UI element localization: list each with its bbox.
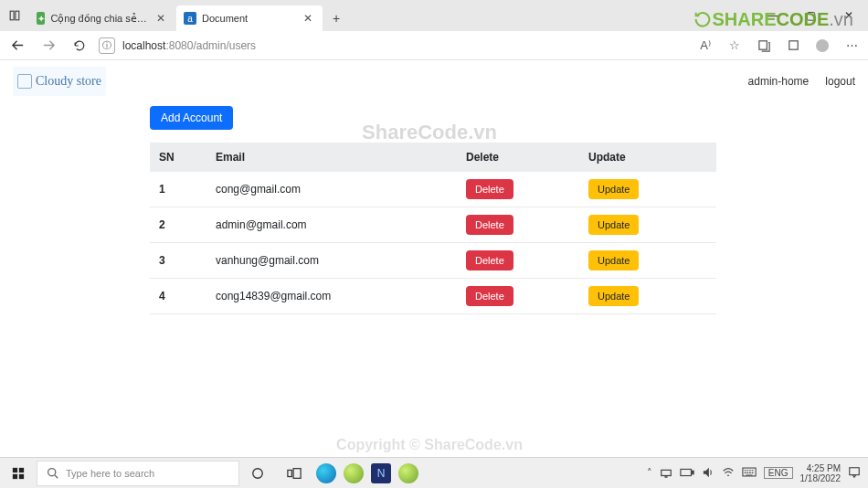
tray-wifi-icon[interactable] [722, 467, 735, 480]
favicon-icon: ✦ [37, 12, 45, 25]
cell-email: cong14839@gmail.com [206, 279, 457, 314]
add-account-button[interactable]: Add Account [150, 106, 233, 130]
url-path: /admin/users [193, 39, 256, 52]
users-admin-panel: Add Account SN Email Delete Update 1 con… [0, 102, 722, 314]
logo-text: Cloudy store [36, 74, 101, 89]
address-bar[interactable]: localhost:8080/admin/users [122, 39, 687, 52]
delete-button[interactable]: Delete [466, 286, 513, 306]
tray-notifications-icon[interactable] [848, 466, 861, 481]
nav-forward-button[interactable] [37, 34, 60, 58]
table-row: 3 vanhung@gmail.com Delete Update [150, 243, 716, 279]
browser-tab-1[interactable]: a Document ✕ [176, 5, 323, 31]
col-delete: Delete [457, 143, 579, 172]
svg-rect-3 [789, 41, 797, 49]
cortana-icon[interactable] [239, 458, 276, 489]
svg-rect-5 [13, 467, 17, 472]
svg-rect-2 [758, 41, 766, 49]
tab-title: Cộng đồng chia sẻ và download [50, 13, 148, 25]
profile-icon[interactable] [811, 35, 833, 57]
tab-title: Document [202, 13, 295, 24]
nav-refresh-button[interactable] [68, 34, 91, 58]
taskbar-app-2[interactable]: N [367, 460, 395, 487]
site-info-icon[interactable]: ⓘ [99, 37, 115, 54]
svg-rect-17 [850, 467, 860, 474]
tray-time: 4:25 PM [800, 463, 842, 473]
cell-email: admin@gmail.com [206, 207, 457, 243]
tray-clock[interactable]: 4:25 PM 1/18/2022 [800, 463, 842, 483]
nav-logout[interactable]: logout [825, 75, 855, 88]
delete-button[interactable]: Delete [466, 250, 513, 271]
svg-rect-13 [662, 470, 672, 475]
col-sn: SN [150, 143, 206, 172]
svg-rect-0 [10, 11, 14, 20]
tray-language[interactable]: ENG [764, 467, 793, 479]
task-view-icon[interactable] [276, 458, 312, 489]
cell-sn: 1 [150, 172, 206, 207]
tray-network-icon[interactable] [660, 467, 672, 480]
svg-point-10 [253, 468, 263, 478]
cell-email: vanhung@gmail.com [206, 243, 457, 279]
table-row: 4 cong14839@gmail.com Delete Update [150, 279, 716, 314]
nav-back-button[interactable] [5, 34, 29, 58]
browser-toolbar: ⓘ localhost:8080/admin/users A⁾ ☆ ⋯ [0, 31, 868, 60]
svg-rect-11 [288, 470, 291, 476]
extensions-icon[interactable] [782, 35, 804, 57]
menu-icon[interactable]: ⋯ [841, 35, 863, 57]
svg-rect-8 [19, 473, 24, 478]
tray-chevron-icon[interactable]: ˄ [647, 467, 652, 479]
update-button[interactable]: Update [588, 215, 639, 235]
taskbar-search[interactable]: Type here to search [37, 461, 239, 486]
table-row: 1 cong@gmail.com Delete Update [150, 172, 716, 207]
read-aloud-icon[interactable]: A⁾ [694, 35, 716, 57]
tab-actions-icon[interactable] [0, 0, 29, 31]
site-logo[interactable]: Cloudy store [13, 67, 106, 96]
favicon-icon: a [184, 12, 196, 25]
svg-rect-14 [681, 469, 692, 475]
update-button[interactable]: Update [588, 286, 639, 306]
svg-rect-12 [293, 468, 301, 478]
cell-email: cong@gmail.com [206, 172, 457, 207]
svg-point-4 [816, 39, 829, 52]
col-email: Email [206, 143, 457, 172]
search-icon [47, 467, 58, 479]
tray-volume-icon[interactable] [702, 467, 715, 480]
search-placeholder: Type here to search [66, 468, 154, 479]
table-row: 2 admin@gmail.com Delete Update [150, 207, 716, 243]
tray-battery-icon[interactable] [680, 468, 694, 479]
url-host: localhost [122, 39, 165, 52]
svg-rect-7 [13, 473, 17, 478]
collections-icon[interactable] [753, 35, 775, 57]
url-port: :8080 [165, 39, 193, 52]
taskbar-app-1[interactable] [340, 460, 367, 487]
svg-rect-15 [692, 471, 693, 474]
svg-rect-6 [19, 467, 24, 472]
taskbar-app-edge[interactable] [312, 460, 340, 487]
system-tray: ˄ ENG 4:25 PM 1/18/2022 [647, 463, 868, 483]
nav-admin-home[interactable]: admin-home [748, 75, 810, 88]
browser-tab-0[interactable]: ✦ Cộng đồng chia sẻ và download ✕ [29, 5, 175, 31]
site-nav: admin-home logout [748, 75, 855, 88]
delete-button[interactable]: Delete [466, 215, 513, 235]
svg-rect-1 [16, 11, 19, 20]
logo-mark-icon [17, 74, 32, 89]
tab-close-icon[interactable]: ✕ [153, 12, 168, 25]
favorites-icon[interactable]: ☆ [724, 35, 746, 57]
site-header: Cloudy store admin-home logout [0, 60, 868, 102]
taskbar-app-3[interactable] [395, 460, 422, 487]
tray-date: 1/18/2022 [800, 473, 842, 483]
page-content: Cloudy store admin-home logout Add Accou… [0, 60, 868, 457]
tray-keyboard-icon[interactable] [742, 467, 757, 479]
svg-point-9 [48, 469, 56, 476]
update-button[interactable]: Update [588, 250, 639, 271]
new-tab-button[interactable]: + [323, 5, 349, 31]
start-button[interactable] [0, 458, 37, 489]
cell-sn: 4 [150, 279, 206, 314]
cell-sn: 2 [150, 207, 206, 243]
windows-taskbar: Type here to search N ˄ ENG 4:25 PM 1/18… [0, 457, 868, 488]
delete-button[interactable]: Delete [466, 179, 513, 199]
cell-sn: 3 [150, 243, 206, 279]
tab-close-icon[interactable]: ✕ [301, 12, 315, 25]
col-update: Update [579, 143, 716, 172]
watermark-brand: SHARECODE.vn [693, 9, 854, 30]
update-button[interactable]: Update [588, 179, 639, 199]
